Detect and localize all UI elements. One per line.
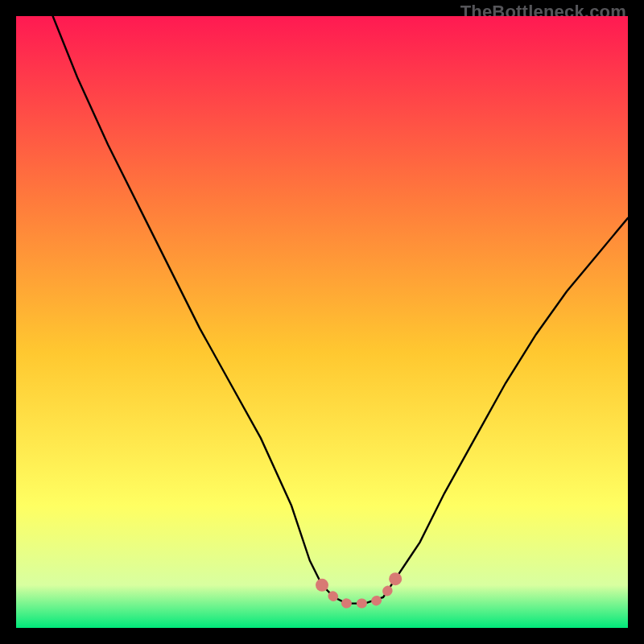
bottleneck-zone-endpoint xyxy=(389,572,402,585)
gradient-background xyxy=(16,16,628,628)
bottleneck-zone-endpoint xyxy=(316,579,328,592)
bottleneck-chart xyxy=(16,16,628,628)
chart-frame: TheBottleneck.com xyxy=(0,0,644,644)
